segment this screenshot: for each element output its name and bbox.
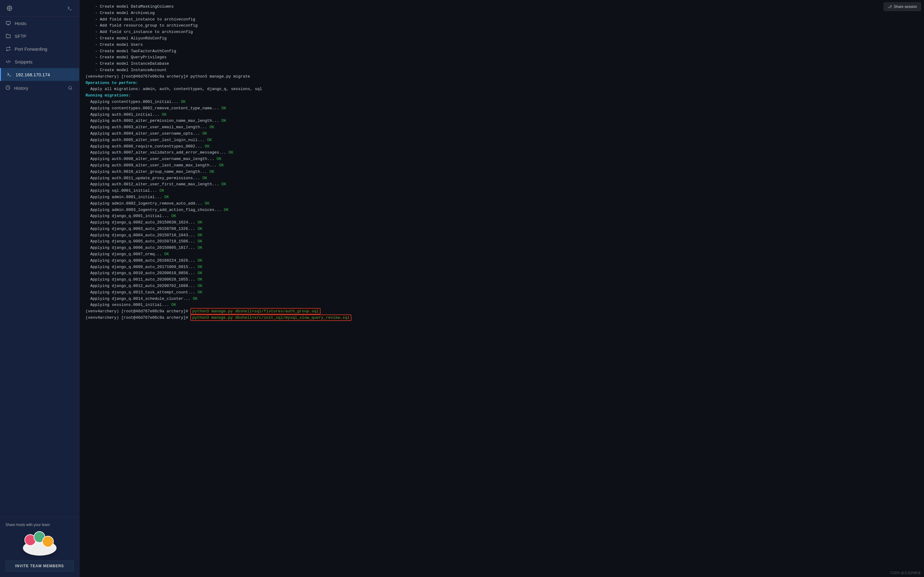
svg-point-0 — [9, 8, 10, 9]
sidebar-item-port-forwarding[interactable]: Port Forwarding — [0, 42, 79, 55]
sftp-label: SFTP — [15, 34, 26, 39]
sidebar-header — [0, 0, 79, 17]
svg-point-7 — [69, 86, 71, 89]
history-label: History — [14, 85, 28, 91]
sidebar-bottom: Share hosts with your team INVITE TEAM M… — [0, 517, 79, 577]
hosts-icon — [5, 21, 11, 26]
share-session-button[interactable]: ⎇ Share session — [884, 2, 921, 11]
watermark: CSDN @点击的树皮 — [890, 571, 921, 575]
svg-line-8 — [71, 89, 72, 90]
svg-rect-2 — [6, 21, 10, 24]
sidebar-item-active-session[interactable]: 192.168.170.174 — [0, 68, 79, 81]
hosts-label: Hosts — [15, 21, 26, 26]
port-forwarding-icon — [5, 46, 11, 52]
sidebar-item-hosts[interactable]: Hosts — [0, 17, 79, 30]
snippets-label: Snippets — [15, 59, 32, 64]
sidebar: Hosts SFTP Port Forwarding Snippets — [0, 0, 79, 577]
share-hosts-text: Share hosts with your team — [5, 523, 74, 527]
sidebar-item-history[interactable]: History — [0, 81, 79, 95]
terminal-button[interactable] — [66, 4, 74, 12]
share-icon: ⎇ — [888, 5, 892, 9]
settings-button[interactable] — [5, 4, 13, 12]
history-search-button[interactable] — [67, 85, 74, 91]
terminal-main: - Create model DataMaskingColumns - Crea… — [79, 0, 924, 577]
active-session-label: 192.168.170.174 — [16, 72, 50, 77]
port-forwarding-label: Port Forwarding — [15, 47, 47, 52]
terminal-output: - Create model DataMaskingColumns - Crea… — [86, 4, 918, 321]
share-session-label: Share session — [894, 5, 917, 9]
sidebar-item-snippets[interactable]: Snippets — [0, 55, 79, 68]
sidebar-item-sftp[interactable]: SFTP — [0, 30, 79, 42]
terminal-session-icon — [6, 72, 12, 77]
team-token-3 — [42, 536, 54, 547]
history-icon — [5, 85, 10, 91]
snippets-icon — [5, 59, 11, 64]
invite-team-members-button[interactable]: INVITE TEAM MEMBERS — [5, 561, 74, 572]
team-illustration — [5, 531, 74, 556]
sftp-icon — [5, 33, 11, 39]
